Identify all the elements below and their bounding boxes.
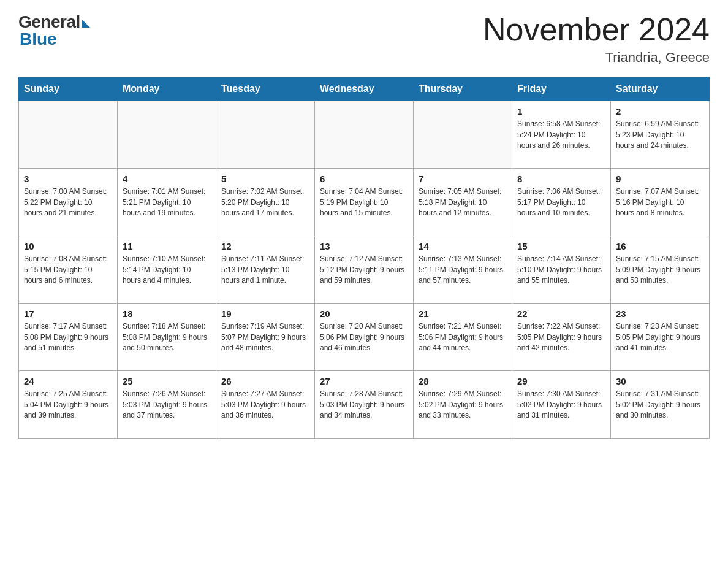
day-info: Sunrise: 7:14 AM Sunset: 5:10 PM Dayligh… (517, 254, 605, 286)
logo-arrow-icon (82, 19, 90, 28)
calendar-cell: 15Sunrise: 7:14 AM Sunset: 5:10 PM Dayli… (512, 236, 611, 304)
day-info: Sunrise: 7:05 AM Sunset: 5:18 PM Dayligh… (419, 186, 507, 218)
calendar-cell: 2Sunrise: 6:59 AM Sunset: 5:23 PM Daylig… (611, 101, 710, 169)
day-info: Sunrise: 7:07 AM Sunset: 5:16 PM Dayligh… (616, 186, 704, 218)
calendar-week-row: 10Sunrise: 7:08 AM Sunset: 5:15 PM Dayli… (19, 236, 710, 304)
calendar-cell (216, 101, 315, 169)
weekday-header-tuesday: Tuesday (216, 77, 315, 101)
calendar-cell: 24Sunrise: 7:25 AM Sunset: 5:04 PM Dayli… (19, 371, 118, 439)
day-info: Sunrise: 7:22 AM Sunset: 5:05 PM Dayligh… (517, 321, 605, 353)
calendar-cell: 11Sunrise: 7:10 AM Sunset: 5:14 PM Dayli… (118, 236, 216, 304)
day-number: 24 (24, 375, 112, 388)
calendar-week-row: 24Sunrise: 7:25 AM Sunset: 5:04 PM Dayli… (19, 371, 710, 439)
day-number: 6 (320, 172, 408, 185)
calendar-cell: 26Sunrise: 7:27 AM Sunset: 5:03 PM Dayli… (216, 371, 315, 439)
day-number: 22 (517, 307, 605, 320)
day-info: Sunrise: 7:02 AM Sunset: 5:20 PM Dayligh… (221, 186, 309, 218)
calendar-cell: 28Sunrise: 7:29 AM Sunset: 5:02 PM Dayli… (414, 371, 512, 439)
calendar-cell: 9Sunrise: 7:07 AM Sunset: 5:16 PM Daylig… (611, 169, 710, 236)
day-number: 29 (517, 375, 605, 388)
day-number: 10 (24, 240, 112, 253)
day-info: Sunrise: 7:17 AM Sunset: 5:08 PM Dayligh… (24, 321, 112, 353)
weekday-header-row: SundayMondayTuesdayWednesdayThursdayFrid… (19, 77, 710, 101)
day-number: 26 (221, 375, 309, 388)
calendar-cell: 1Sunrise: 6:58 AM Sunset: 5:24 PM Daylig… (512, 101, 611, 169)
day-number: 2 (616, 105, 704, 118)
day-info: Sunrise: 7:01 AM Sunset: 5:21 PM Dayligh… (123, 186, 211, 218)
day-number: 1 (517, 105, 605, 118)
calendar-cell: 3Sunrise: 7:00 AM Sunset: 5:22 PM Daylig… (19, 169, 118, 236)
calendar-cell: 17Sunrise: 7:17 AM Sunset: 5:08 PM Dayli… (19, 304, 118, 371)
calendar-cell: 8Sunrise: 7:06 AM Sunset: 5:17 PM Daylig… (512, 169, 611, 236)
calendar-cell: 18Sunrise: 7:18 AM Sunset: 5:08 PM Dayli… (118, 304, 216, 371)
logo-blue-text: Blue (20, 29, 57, 49)
day-number: 17 (24, 307, 112, 320)
weekday-header-saturday: Saturday (611, 77, 710, 101)
day-number: 7 (419, 172, 507, 185)
day-info: Sunrise: 7:13 AM Sunset: 5:11 PM Dayligh… (419, 254, 507, 286)
day-info: Sunrise: 7:08 AM Sunset: 5:15 PM Dayligh… (24, 254, 112, 286)
calendar-cell: 16Sunrise: 7:15 AM Sunset: 5:09 PM Dayli… (611, 236, 710, 304)
day-info: Sunrise: 7:29 AM Sunset: 5:02 PM Dayligh… (419, 389, 507, 421)
calendar-cell: 10Sunrise: 7:08 AM Sunset: 5:15 PM Dayli… (19, 236, 118, 304)
calendar-cell: 13Sunrise: 7:12 AM Sunset: 5:12 PM Dayli… (315, 236, 414, 304)
day-info: Sunrise: 7:28 AM Sunset: 5:03 PM Dayligh… (320, 389, 408, 421)
day-info: Sunrise: 7:15 AM Sunset: 5:09 PM Dayligh… (616, 254, 704, 286)
calendar-week-row: 17Sunrise: 7:17 AM Sunset: 5:08 PM Dayli… (19, 304, 710, 371)
day-info: Sunrise: 7:20 AM Sunset: 5:06 PM Dayligh… (320, 321, 408, 353)
day-number: 27 (320, 375, 408, 388)
day-number: 5 (221, 172, 309, 185)
day-info: Sunrise: 7:30 AM Sunset: 5:02 PM Dayligh… (517, 389, 605, 421)
day-info: Sunrise: 7:26 AM Sunset: 5:03 PM Dayligh… (123, 389, 211, 421)
day-number: 19 (221, 307, 309, 320)
day-info: Sunrise: 7:04 AM Sunset: 5:19 PM Dayligh… (320, 186, 408, 218)
calendar-cell: 23Sunrise: 7:23 AM Sunset: 5:05 PM Dayli… (611, 304, 710, 371)
day-info: Sunrise: 7:10 AM Sunset: 5:14 PM Dayligh… (123, 254, 211, 286)
day-number: 11 (123, 240, 211, 253)
weekday-header-thursday: Thursday (414, 77, 512, 101)
day-info: Sunrise: 7:19 AM Sunset: 5:07 PM Dayligh… (221, 321, 309, 353)
calendar-cell: 6Sunrise: 7:04 AM Sunset: 5:19 PM Daylig… (315, 169, 414, 236)
calendar-cell (19, 101, 118, 169)
calendar-week-row: 3Sunrise: 7:00 AM Sunset: 5:22 PM Daylig… (19, 169, 710, 236)
logo: General Blue (18, 12, 90, 49)
calendar-cell: 19Sunrise: 7:19 AM Sunset: 5:07 PM Dayli… (216, 304, 315, 371)
calendar-cell: 12Sunrise: 7:11 AM Sunset: 5:13 PM Dayli… (216, 236, 315, 304)
day-info: Sunrise: 7:25 AM Sunset: 5:04 PM Dayligh… (24, 389, 112, 421)
calendar-cell: 27Sunrise: 7:28 AM Sunset: 5:03 PM Dayli… (315, 371, 414, 439)
calendar-cell (414, 101, 512, 169)
day-info: Sunrise: 6:59 AM Sunset: 5:23 PM Dayligh… (616, 119, 704, 151)
day-number: 9 (616, 172, 704, 185)
calendar-cell: 21Sunrise: 7:21 AM Sunset: 5:06 PM Dayli… (414, 304, 512, 371)
calendar-cell: 7Sunrise: 7:05 AM Sunset: 5:18 PM Daylig… (414, 169, 512, 236)
calendar-cell: 30Sunrise: 7:31 AM Sunset: 5:02 PM Dayli… (611, 371, 710, 439)
calendar-table: SundayMondayTuesdayWednesdayThursdayFrid… (18, 77, 710, 439)
weekday-header-monday: Monday (118, 77, 216, 101)
weekday-header-sunday: Sunday (19, 77, 118, 101)
day-info: Sunrise: 7:12 AM Sunset: 5:12 PM Dayligh… (320, 254, 408, 286)
day-info: Sunrise: 7:21 AM Sunset: 5:06 PM Dayligh… (419, 321, 507, 353)
day-number: 23 (616, 307, 704, 320)
day-number: 12 (221, 240, 309, 253)
calendar-week-row: 1Sunrise: 6:58 AM Sunset: 5:24 PM Daylig… (19, 101, 710, 169)
day-number: 4 (123, 172, 211, 185)
day-number: 15 (517, 240, 605, 253)
day-number: 3 (24, 172, 112, 185)
day-info: Sunrise: 7:27 AM Sunset: 5:03 PM Dayligh… (221, 389, 309, 421)
day-info: Sunrise: 6:58 AM Sunset: 5:24 PM Dayligh… (517, 119, 605, 151)
day-number: 16 (616, 240, 704, 253)
day-number: 8 (517, 172, 605, 185)
title-area: November 2024 Triandria, Greece (483, 12, 710, 66)
calendar-cell: 14Sunrise: 7:13 AM Sunset: 5:11 PM Dayli… (414, 236, 512, 304)
day-number: 28 (419, 375, 507, 388)
calendar-cell: 29Sunrise: 7:30 AM Sunset: 5:02 PM Dayli… (512, 371, 611, 439)
calendar-body: 1Sunrise: 6:58 AM Sunset: 5:24 PM Daylig… (19, 101, 710, 439)
day-info: Sunrise: 7:11 AM Sunset: 5:13 PM Dayligh… (221, 254, 309, 286)
location-title: Triandria, Greece (483, 50, 710, 66)
calendar-cell: 5Sunrise: 7:02 AM Sunset: 5:20 PM Daylig… (216, 169, 315, 236)
day-number: 30 (616, 375, 704, 388)
day-number: 25 (123, 375, 211, 388)
day-info: Sunrise: 7:23 AM Sunset: 5:05 PM Dayligh… (616, 321, 704, 353)
calendar-cell: 4Sunrise: 7:01 AM Sunset: 5:21 PM Daylig… (118, 169, 216, 236)
calendar-cell: 25Sunrise: 7:26 AM Sunset: 5:03 PM Dayli… (118, 371, 216, 439)
